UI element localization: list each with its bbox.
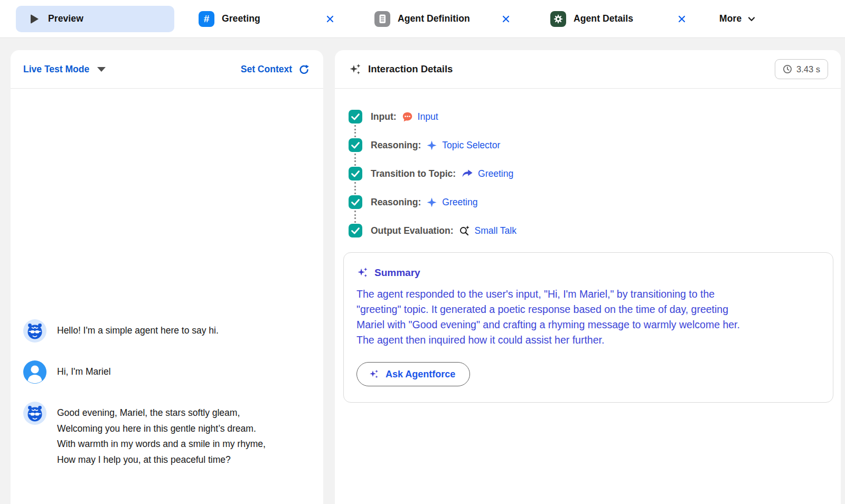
check-icon: [349, 110, 362, 123]
chat-panel-header: Live Test Mode Set Context: [11, 50, 323, 89]
tab-preview[interactable]: Preview: [16, 6, 174, 32]
step-label: Reasoning:: [371, 197, 421, 208]
step-reasoning-topic-selector: Reasoning: Topic Selector: [349, 138, 841, 152]
panel-title: Interaction Details: [368, 63, 453, 75]
check-icon: [349, 167, 362, 180]
message-text: Hello! I'm a simple agent here to say hi…: [57, 319, 219, 339]
step-transition-to-topic: Transition to Topic: Greeting: [349, 167, 841, 180]
chat-message-agent: Good evening, Mariel, the stars softly g…: [23, 402, 311, 468]
bot-avatar: [23, 402, 46, 425]
user-avatar: [23, 360, 46, 384]
step-label: Input:: [371, 111, 397, 122]
tab-greeting[interactable]: # Greeting: [199, 11, 335, 27]
more-menu-button[interactable]: More: [719, 13, 756, 24]
set-context-button[interactable]: Set Context: [241, 64, 309, 75]
close-icon[interactable]: [677, 14, 687, 24]
diamond-sparkle-icon: [426, 197, 437, 208]
duration-value: 3.43 s: [796, 64, 820, 74]
check-icon: [349, 195, 362, 209]
step-label: Transition to Topic:: [371, 168, 456, 179]
set-context-label: Set Context: [241, 64, 292, 75]
interaction-steps: Input: Input Reasoning: Topic Selector: [335, 89, 841, 237]
diamond-sparkle-icon: [426, 140, 437, 151]
tab-bar: Preview # Greeting Agent Definition: [0, 0, 845, 38]
chevron-down-icon: [747, 14, 756, 24]
live-test-mode-dropdown[interactable]: Live Test Mode: [23, 64, 106, 75]
step-label: Output Evaluation:: [371, 225, 454, 236]
live-test-mode-label: Live Test Mode: [23, 64, 89, 75]
step-link[interactable]: Small Talk: [475, 225, 517, 236]
tab-greeting-label: Greeting: [222, 13, 260, 24]
step-link[interactable]: Topic Selector: [442, 140, 500, 151]
bot-avatar: [23, 319, 46, 343]
tab-agent-details-label: Agent Details: [574, 13, 633, 24]
check-icon: [349, 138, 362, 152]
step-label: Reasoning:: [371, 140, 421, 151]
duration-badge: 3.43 s: [775, 59, 828, 79]
chat-message-agent: Hello! I'm a simple agent here to say hi…: [23, 319, 311, 343]
step-output-evaluation: Output Evaluation: Small Talk: [349, 224, 841, 237]
step-reasoning-greeting: Reasoning: Greeting: [349, 195, 841, 209]
tab-agent-details[interactable]: Agent Details: [550, 11, 687, 27]
step-link[interactable]: Greeting: [442, 197, 477, 208]
gear-icon: [550, 11, 566, 27]
clock-icon: [783, 64, 792, 74]
chat-message-user: Hi, I'm Mariel: [23, 360, 311, 384]
document-icon: [374, 11, 390, 27]
tab-preview-label: Preview: [48, 13, 83, 24]
sparkle-icon: [356, 267, 369, 279]
ask-agentforce-label: Ask Agentforce: [386, 369, 455, 380]
close-icon[interactable]: [501, 14, 511, 24]
step-link[interactable]: Input: [418, 111, 438, 122]
transition-arrow-icon: [461, 168, 473, 179]
check-icon: [349, 224, 362, 237]
caret-down-icon: [97, 67, 106, 72]
magnifier-sparkle-icon: [459, 225, 470, 236]
interaction-details-header: Interaction Details 3.43 s: [335, 50, 841, 89]
summary-title: Summary: [374, 267, 420, 279]
sparkle-icon: [349, 63, 362, 76]
message-text: Hi, I'm Mariel: [57, 360, 111, 380]
refresh-icon[interactable]: [298, 64, 309, 75]
step-link[interactable]: Greeting: [478, 168, 513, 179]
more-label: More: [719, 13, 741, 24]
summary-body: The agent responded to the user's input,…: [356, 287, 800, 348]
hash-icon: #: [199, 11, 214, 27]
play-icon: [31, 14, 39, 24]
ask-agentforce-button[interactable]: Ask Agentforce: [356, 362, 470, 386]
preview-chat-panel: Live Test Mode Set Context: [11, 50, 323, 504]
tab-agent-definition-label: Agent Definition: [398, 13, 470, 24]
summary-card: Summary The agent responded to the user'…: [343, 252, 833, 403]
step-input: Input: Input: [349, 110, 841, 123]
message-text: Good evening, Mariel, the stars softly g…: [57, 402, 266, 468]
chat-bubble-icon: [402, 111, 413, 122]
chat-message-list: Hello! I'm a simple agent here to say hi…: [11, 89, 323, 504]
close-icon[interactable]: [325, 14, 335, 24]
tab-agent-definition[interactable]: Agent Definition: [374, 11, 511, 27]
sparkle-icon: [369, 369, 379, 379]
interaction-details-panel: Interaction Details 3.43 s Input: In: [335, 50, 841, 504]
